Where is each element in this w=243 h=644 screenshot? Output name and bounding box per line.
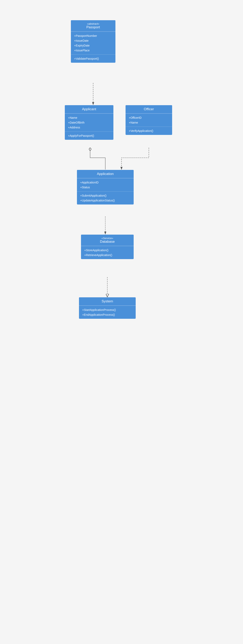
diagram-container: «abstract» Passport +PassportNumber +Iss… xyxy=(59,8,184,635)
database-classname: Database xyxy=(84,240,131,244)
application-attr-2: +Status xyxy=(80,185,130,190)
applicant-header: Applicant xyxy=(65,105,113,114)
passport-header: «abstract» Passport xyxy=(71,20,115,32)
applicant-to-application-line xyxy=(90,148,105,170)
applicant-methods: +ApplyForPassport() xyxy=(65,132,113,140)
passport-class: «abstract» Passport +PassportNumber +Iss… xyxy=(71,20,115,63)
passport-method-1: +ValidatePassport() xyxy=(74,56,112,61)
passport-attr-3: +ExpiryDate xyxy=(74,43,112,48)
applicant-class: Applicant +Name +DateOfBirth +Address +A… xyxy=(65,105,113,140)
passport-attr-2: +IssueDate xyxy=(74,38,112,43)
system-classname: System xyxy=(82,299,133,304)
passport-stereotype: «abstract» xyxy=(74,22,113,25)
officer-attr-2: +Name xyxy=(129,120,169,125)
system-method-2: +EndApplicationProcess() xyxy=(82,312,132,317)
officer-methods: +VerifyApplication() xyxy=(126,126,172,135)
application-attributes: +ApplicationID +Status xyxy=(77,178,134,191)
system-header: System xyxy=(79,297,136,306)
officer-class: Officer +OfficerID +Name +VerifyApplicat… xyxy=(126,105,172,135)
application-method-2: +UpdateApplicationStatus() xyxy=(80,198,130,203)
system-methods: +StartApplicationProcess() +EndApplicati… xyxy=(79,306,136,319)
database-method-1: +StoreApplication() xyxy=(84,248,130,252)
passport-attributes: +PassportNumber +IssueDate +ExpiryDate +… xyxy=(71,32,115,54)
officer-attr-1: +OfficerID xyxy=(129,115,169,120)
application-class: Application +ApplicationID +Status +Subm… xyxy=(77,170,134,204)
database-header: «Service» Database xyxy=(81,234,134,246)
applicant-attr-2: +DateOfBirth xyxy=(68,120,110,125)
applicant-classname: Applicant xyxy=(68,107,111,111)
database-class: «Service» Database +StoreApplication() +… xyxy=(81,234,134,259)
officer-classname: Officer xyxy=(128,107,169,111)
officer-method-1: +VerifyApplication() xyxy=(129,128,169,133)
applicant-attr-1: +Name xyxy=(68,115,110,120)
passport-attr-4: +IssuePlace xyxy=(74,48,112,53)
passport-classname: Passport xyxy=(74,25,113,29)
system-method-1: +StartApplicationProcess() xyxy=(82,308,132,312)
database-method-2: +RetrieveApplication() xyxy=(84,252,130,258)
applicant-method-1: +ApplyForPassport() xyxy=(68,133,110,138)
passport-methods: +ValidatePassport() xyxy=(71,54,115,63)
connectors-svg xyxy=(59,8,184,635)
database-stereotype: «Service» xyxy=(84,237,131,240)
system-class: System +StartApplicationProcess() +EndAp… xyxy=(79,297,136,319)
application-attr-1: +ApplicationID xyxy=(80,180,130,185)
officer-attributes: +OfficerID +Name xyxy=(126,114,172,126)
application-method-1: +SubmitApplication() xyxy=(80,193,130,198)
application-header: Application xyxy=(77,170,134,178)
application-methods: +SubmitApplication() +UpdateApplicationS… xyxy=(77,191,134,204)
passport-attr-1: +PassportNumber xyxy=(74,33,112,38)
applicant-attr-3: +Address xyxy=(68,125,110,130)
officer-header: Officer xyxy=(126,105,172,114)
application-classname: Application xyxy=(80,172,131,176)
applicant-attributes: +Name +DateOfBirth +Address xyxy=(65,114,113,132)
officer-to-application-line xyxy=(122,148,149,170)
database-methods: +StoreApplication() +RetrieveApplication… xyxy=(81,246,134,259)
